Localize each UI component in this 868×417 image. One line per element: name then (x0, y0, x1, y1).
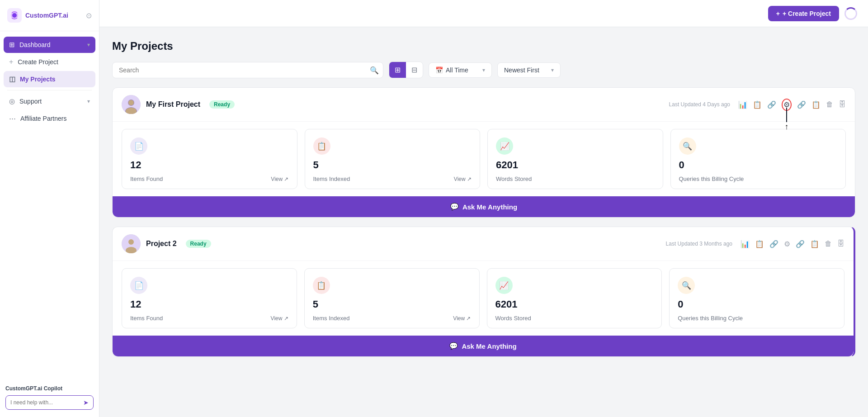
project-1-actions: Last Updated 4 Days ago 📊 📋 🔗 ⚙ ↑ 🔗 📋 🗑 … (669, 99, 846, 111)
affiliate-icon: ⋯ (9, 114, 16, 123)
topbar: + + Create Project (99, 0, 868, 27)
project-2-actions: Last Updated 3 Months ago 📊 📋 🔗 ⚙ 🔗 📋 🗑 … (666, 240, 844, 248)
svg-point-2 (12, 13, 17, 18)
words-stored-label-row: Words Stored (496, 175, 655, 182)
archive-icon[interactable]: 🗄 (839, 100, 846, 109)
clock-icon[interactable]: ⊙ (86, 11, 92, 20)
items-found-icon: 📄 (130, 137, 147, 155)
delete-icon[interactable]: 🗑 (826, 100, 833, 109)
main-content: + + Create Project My Projects 🔍 ⊞ ⊟ 📅 A… (99, 0, 868, 417)
sidebar-divider (7, 90, 92, 90)
chat-icon-1: 💬 (450, 203, 459, 211)
plus-icon-topbar: + (776, 10, 780, 17)
project-2-name: Project 2 (146, 240, 177, 248)
create-project-btn-label: + Create Project (783, 10, 831, 17)
words-stored-number: 6201 (496, 159, 655, 171)
sidebar-item-my-projects[interactable]: ◫ My Projects (4, 71, 95, 87)
chevron-down-icon-support: ▾ (87, 98, 90, 104)
arrow-line (786, 108, 787, 122)
delete-icon-2[interactable]: 🗑 (825, 240, 832, 248)
ask-me-anything-bar-1[interactable]: 💬 Ask Me Anything (113, 196, 855, 217)
analytics-icon[interactable]: 📊 (738, 100, 747, 109)
items-found-view-2[interactable]: View ↗ (271, 315, 288, 322)
queries-icon: 🔍 (679, 137, 696, 155)
search-button[interactable]: 🔍 (370, 66, 379, 74)
project-2-updated: Last Updated 3 Months ago (666, 241, 732, 247)
send-icon[interactable]: ➤ (83, 399, 89, 406)
queries-label: Queries this Billing Cycle (679, 175, 744, 182)
support-icon: ◎ (9, 97, 15, 105)
words-stored-label-2: Words Stored (495, 315, 531, 322)
link-icon-2[interactable]: 🔗 (769, 240, 778, 248)
items-found-label-row: Items Found View ↗ (130, 175, 289, 182)
list-view-button[interactable]: ⊞ (389, 62, 406, 78)
project-2-status: Ready (186, 240, 211, 248)
sort-filter-label: Newest First (504, 66, 539, 74)
sidebar-item-create-project[interactable]: + Create Project (4, 54, 95, 70)
queries-number: 0 (679, 159, 838, 171)
project-1-updated: Last Updated 4 Days ago (669, 101, 730, 108)
documents-icon-2[interactable]: 📋 (755, 240, 764, 248)
plus-icon: + (9, 58, 13, 66)
grid-view-button[interactable]: ⊟ (406, 62, 423, 78)
documents-icon[interactable]: 📋 (753, 100, 762, 109)
project-card-1: My First Project Ready Last Updated 4 Da… (112, 87, 855, 218)
time-filter-label: All Time (446, 66, 468, 74)
settings-icon-wrap: ⚙ ↑ (782, 99, 792, 111)
sort-filter[interactable]: Newest First ▾ (497, 62, 561, 78)
filters-row: 🔍 ⊞ ⊟ 📅 All Time ▾ Newest First ▾ (112, 62, 855, 78)
items-indexed-view-2[interactable]: View ↗ (453, 315, 471, 322)
ask-me-anything-bar-2[interactable]: 💬 Ask Me Anything (113, 336, 854, 356)
content-area: My Projects 🔍 ⊞ ⊟ 📅 All Time ▾ Newest Fi… (99, 27, 868, 375)
items-indexed-icon: 📋 (313, 137, 330, 155)
copy-icon-2[interactable]: 📋 (810, 240, 819, 248)
ask-bar-label-1: Ask Me Anything (462, 203, 517, 211)
page-title: My Projects (112, 40, 855, 52)
settings-icon-2[interactable]: ⚙ (784, 240, 790, 248)
link-icon[interactable]: 🔗 (767, 100, 776, 109)
stat-queries-2: 🔍 0 Queries this Billing Cycle (669, 268, 844, 328)
copilot-label: CustomGPT.ai Copilot (5, 385, 94, 392)
items-indexed-label-2: Items Indexed (313, 315, 350, 322)
sidebar-item-support[interactable]: ◎ Support ▾ (4, 93, 95, 109)
copilot-input[interactable] (10, 399, 80, 406)
archive-icon-2[interactable]: 🗄 (837, 240, 844, 248)
stat-words-stored-2: 📈 6201 Words Stored (487, 268, 662, 328)
stat-items-found: 📄 12 Items Found View ↗ (122, 129, 297, 189)
sidebar-item-affiliate[interactable]: ⋯ Affiliate Partners (4, 110, 95, 127)
items-found-label: Items Found (130, 175, 163, 182)
items-found-view[interactable]: View ↗ (271, 176, 288, 182)
external-link-icon-2[interactable]: 🔗 (796, 240, 805, 248)
sidebar-item-dashboard[interactable]: ⊞ Dashboard ▾ (4, 37, 95, 53)
project-2-header: Project 2 Ready Last Updated 3 Months ag… (113, 227, 854, 261)
items-found-number: 12 (130, 159, 289, 171)
logo-area: CustomGPT.ai ⊙ (0, 0, 99, 31)
project-card-2: Project 2 Ready Last Updated 3 Months ag… (112, 227, 855, 357)
chevron-down-icon-sort: ▾ (551, 67, 554, 73)
items-indexed-view[interactable]: View ↗ (454, 176, 472, 182)
project-1-stats: 📄 12 Items Found View ↗ 📋 5 Items Indexe… (113, 122, 855, 196)
queries-label-2: Queries this Billing Cycle (678, 315, 743, 322)
items-indexed-number: 5 (313, 159, 472, 171)
time-filter[interactable]: 📅 All Time ▾ (429, 62, 492, 78)
queries-label-row: Queries this Billing Cycle (679, 175, 838, 182)
analytics-icon-2[interactable]: 📊 (741, 240, 750, 248)
sidebar: CustomGPT.ai ⊙ ⊞ Dashboard ▾ + Create Pr… (0, 0, 99, 417)
external-link-icon[interactable]: 🔗 (797, 100, 806, 109)
project-2-stats: 📄 12 Items Found View ↗ 📋 5 Items Indexe… (113, 261, 854, 336)
search-input[interactable] (112, 62, 383, 78)
chat-icon-2: 💬 (449, 342, 458, 350)
search-wrap: 🔍 (112, 62, 383, 78)
create-project-button[interactable]: + + Create Project (768, 6, 839, 21)
brand-name: CustomGPT.ai (25, 12, 68, 19)
logo-icon (7, 8, 22, 23)
svg-point-6 (128, 100, 134, 105)
view-toggle: ⊞ ⊟ (389, 62, 423, 78)
queries-number-2: 0 (678, 299, 836, 310)
copy-icon[interactable]: 📋 (811, 100, 821, 109)
copilot-section: CustomGPT.ai Copilot ➤ (0, 378, 99, 417)
items-found-number-2: 12 (130, 299, 288, 310)
words-stored-icon-2: 📈 (495, 277, 513, 294)
words-stored-label: Words Stored (496, 175, 532, 182)
items-indexed-number-2: 5 (313, 299, 471, 310)
